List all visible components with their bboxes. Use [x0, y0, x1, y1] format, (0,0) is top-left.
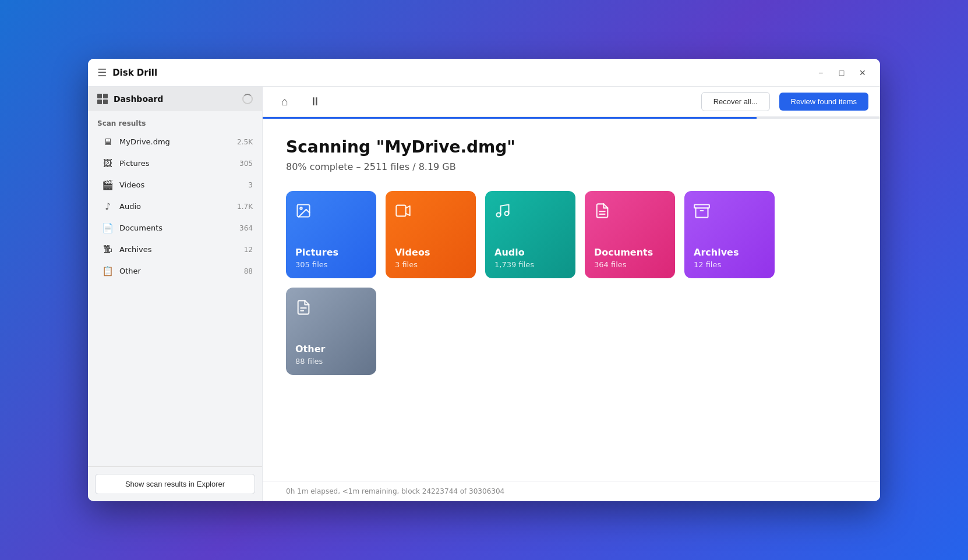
card-documents-count: 364 files [594, 260, 666, 269]
titlebar-left: ☰ Disk Drill [97, 66, 812, 79]
category-card-other[interactable]: Other 88 files [286, 288, 376, 375]
card-archives-icon [694, 203, 765, 223]
pause-icon: ⏸ [309, 95, 321, 108]
app-title: Disk Drill [112, 68, 157, 78]
statusbar: 0h 1m elapsed, <1m remaining, block 2422… [263, 481, 880, 501]
card-videos-label: Videos [395, 247, 467, 258]
status-text: 0h 1m elapsed, <1m remaining, block 2422… [286, 487, 504, 495]
titlebar: ☰ Disk Drill − □ ✕ [88, 59, 880, 87]
card-videos-count: 3 files [395, 260, 467, 269]
sidebar-label-mydrive: MyDrive.dmg [119, 137, 229, 146]
sidebar-dashboard-label: Dashboard [114, 94, 236, 104]
scan-subtitle: 80% complete – 2511 files / 8.19 GB [286, 161, 857, 172]
svg-point-1 [300, 207, 302, 210]
sidebar-dashboard-item[interactable]: Dashboard [88, 87, 262, 111]
card-archives-label: Archives [694, 247, 765, 258]
svg-point-4 [505, 211, 509, 215]
card-archives-count: 12 files [694, 260, 765, 269]
other-icon: 📋 [102, 265, 114, 277]
sidebar-item-videos[interactable]: 🎬 Videos 3 [88, 174, 262, 196]
sidebar-count-pictures: 305 [235, 160, 253, 168]
review-found-button[interactable]: Review found items [779, 93, 868, 111]
category-card-videos[interactable]: Videos 3 files [386, 191, 476, 278]
category-card-archives[interactable]: Archives 12 files [684, 191, 775, 278]
main-layout: Dashboard Scan results 🖥 MyDrive.dmg 2.5… [88, 87, 880, 501]
svg-rect-7 [694, 205, 709, 208]
card-documents-label: Documents [594, 247, 666, 258]
audio-icon: ♪ [102, 201, 114, 212]
category-cards: Pictures 305 files Videos 3 files [286, 191, 857, 375]
sidebar-item-mydrive[interactable]: 🖥 MyDrive.dmg 2.5K [88, 131, 262, 153]
sidebar-footer: Show scan results in Explorer [88, 466, 262, 501]
sidebar-count-mydrive: 2.5K [235, 138, 253, 146]
dashboard-icon [97, 94, 108, 104]
hamburger-icon[interactable]: ☰ [97, 66, 107, 79]
sidebar-label-videos: Videos [119, 180, 229, 189]
sidebar-count-other: 88 [235, 267, 253, 275]
sidebar-count-audio: 1.7K [235, 203, 253, 211]
pause-button[interactable]: ⏸ [305, 91, 326, 112]
sidebar-item-archives[interactable]: 🗜 Archives 12 [88, 239, 262, 260]
category-card-audio[interactable]: Audio 1,739 files [485, 191, 575, 278]
videos-icon: 🎬 [102, 179, 114, 190]
sidebar-label-archives: Archives [119, 245, 229, 254]
sidebar-count-documents: 364 [235, 224, 253, 232]
drive-icon: 🖥 [102, 136, 114, 147]
scan-title: Scanning "MyDrive.dmg" [286, 137, 857, 157]
close-button[interactable]: ✕ [854, 65, 871, 81]
archives-icon: 🗜 [102, 244, 114, 255]
titlebar-controls: − □ ✕ [812, 65, 871, 81]
pictures-icon: 🖼 [102, 158, 114, 169]
maximize-button[interactable]: □ [833, 65, 850, 81]
sidebar-label-audio: Audio [119, 202, 229, 211]
toolbar: ⌂ ⏸ Recover all... Review found items [263, 87, 880, 117]
sidebar-item-audio[interactable]: ♪ Audio 1.7K [88, 196, 262, 217]
minimize-button[interactable]: − [812, 65, 829, 81]
sidebar-label-documents: Documents [119, 224, 229, 232]
home-button[interactable]: ⌂ [274, 91, 295, 112]
svg-point-3 [497, 213, 501, 217]
card-other-label: Other [295, 343, 367, 355]
card-pictures-icon [295, 203, 367, 223]
sidebar: Dashboard Scan results 🖥 MyDrive.dmg 2.5… [88, 87, 263, 501]
sidebar-count-videos: 3 [235, 181, 253, 189]
documents-icon: 📄 [102, 222, 114, 233]
sidebar-label-pictures: Pictures [119, 159, 229, 168]
sidebar-item-documents[interactable]: 📄 Documents 364 [88, 217, 262, 239]
category-card-documents[interactable]: Documents 364 files [585, 191, 675, 278]
category-card-pictures[interactable]: Pictures 305 files [286, 191, 376, 278]
card-audio-icon [494, 203, 566, 223]
recover-all-button[interactable]: Recover all... [701, 92, 770, 111]
loading-spinner [242, 94, 253, 104]
sidebar-item-other[interactable]: 📋 Other 88 [88, 260, 262, 282]
show-explorer-button[interactable]: Show scan results in Explorer [95, 474, 255, 494]
card-other-count: 88 files [295, 357, 367, 366]
sidebar-item-pictures[interactable]: 🖼 Pictures 305 [88, 153, 262, 174]
scan-results-label: Scan results [88, 111, 262, 131]
card-audio-count: 1,739 files [494, 260, 566, 269]
card-other-icon [295, 299, 367, 320]
card-pictures-label: Pictures [295, 247, 367, 258]
card-audio-label: Audio [494, 247, 566, 258]
sidebar-label-other: Other [119, 267, 229, 275]
home-icon: ⌂ [281, 95, 288, 108]
app-window: ☰ Disk Drill − □ ✕ Dashboard Scan result… [88, 59, 880, 501]
scan-content: Scanning "MyDrive.dmg" 80% complete – 25… [263, 119, 880, 481]
card-videos-icon [395, 203, 467, 223]
sidebar-count-archives: 12 [235, 246, 253, 254]
content-area: ⌂ ⏸ Recover all... Review found items Sc… [263, 87, 880, 501]
card-documents-icon [594, 203, 666, 223]
svg-rect-2 [396, 205, 405, 217]
card-pictures-count: 305 files [295, 260, 367, 269]
